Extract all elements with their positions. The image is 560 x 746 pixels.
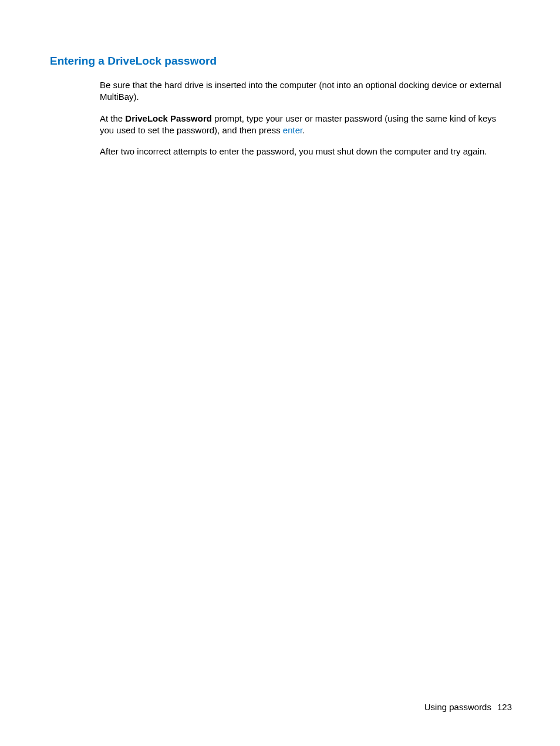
document-page: Entering a DriveLock password Be sure th… <box>0 0 560 746</box>
text-span: At the <box>100 113 125 123</box>
section-heading: Entering a DriveLock password <box>50 55 512 68</box>
paragraph-1: Be sure that the hard drive is inserted … <box>100 79 512 103</box>
footer-section-title: Using passwords <box>424 702 491 712</box>
text-span: . <box>302 125 305 135</box>
body-content: Be sure that the hard drive is inserted … <box>100 79 512 157</box>
key-name: enter <box>283 125 302 135</box>
paragraph-3: After two incorrect attempts to enter th… <box>100 146 512 157</box>
paragraph-2: At the DriveLock Password prompt, type y… <box>100 113 512 137</box>
page-footer: Using passwords123 <box>424 702 512 712</box>
bold-text: DriveLock Password <box>125 113 212 123</box>
page-number: 123 <box>497 702 512 712</box>
